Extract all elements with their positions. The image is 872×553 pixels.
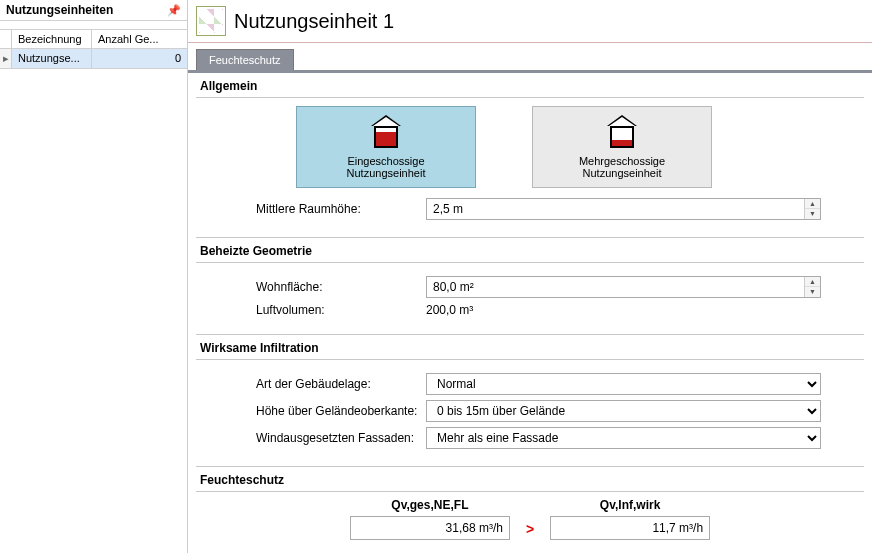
section-feuchte-title: Feuchteschutz	[196, 469, 864, 492]
page-header: Nutzungseinheit 1	[188, 0, 872, 43]
multi-storey-icon	[603, 115, 641, 149]
option-single-storey[interactable]: Eingeschossige Nutzungseinheit	[296, 106, 476, 188]
volume-value: 200,0 m³	[426, 303, 473, 317]
tree-col-count[interactable]: Anzahl Ge...	[92, 30, 187, 48]
tab-feuchteschutz[interactable]: Feuchteschutz	[196, 49, 294, 70]
tree-col-name[interactable]: Bezeichnung	[12, 30, 92, 48]
sidebar-title-bar: Nutzungseinheiten 📌	[0, 0, 187, 21]
section-geometrie-title: Beheizte Geometrie	[196, 240, 864, 263]
sidebar-title: Nutzungseinheiten	[6, 3, 113, 17]
tree-row[interactable]: ▸ Nutzungse... 0	[0, 49, 187, 69]
qv-inf-value: 11,7 m³/h	[550, 516, 710, 540]
row-name: Nutzungse...	[12, 49, 92, 68]
single-storey-icon	[367, 115, 405, 149]
fassade-select[interactable]: Mehr als eine Fassade	[426, 427, 821, 449]
sidebar: Nutzungseinheiten 📌 Bezeichnung Anzahl G…	[0, 0, 188, 553]
section-infiltration-title: Wirksame Infiltration	[196, 337, 864, 360]
pin-icon[interactable]: 📌	[167, 4, 181, 17]
room-height-input[interactable]	[426, 198, 821, 220]
hoehe-select[interactable]: 0 bis 15m über Gelände	[426, 400, 821, 422]
tree-col-indicator	[0, 30, 12, 48]
hoehe-label: Höhe über Geländeoberkante:	[256, 404, 426, 418]
volume-label: Luftvolumen:	[256, 303, 426, 317]
room-height-label: Mittlere Raumhöhe:	[256, 202, 426, 216]
qv-inf-label: Qv,Inf,wirk	[550, 498, 710, 512]
fassade-label: Windausgesetzten Fassaden:	[256, 431, 426, 445]
qv-ges-value: 31,68 m³/h	[350, 516, 510, 540]
lage-select[interactable]: Normal	[426, 373, 821, 395]
qv-ges-label: Qv,ges,NE,FL	[350, 498, 510, 512]
tree-header: Bezeichnung Anzahl Ge...	[0, 29, 187, 49]
section-allgemein-title: Allgemein	[196, 75, 864, 98]
area-spinner[interactable]: ▲▼	[804, 277, 820, 297]
puzzle-icon	[196, 6, 226, 36]
page-title: Nutzungseinheit 1	[234, 10, 394, 33]
option-multi-storey[interactable]: Mehrgeschossige Nutzungseinheit	[532, 106, 712, 188]
section-allgemein: Eingeschossige Nutzungseinheit Mehrgesch…	[196, 98, 864, 238]
main-content: Nutzungseinheit 1 Feuchteschutz Allgemei…	[188, 0, 872, 553]
row-count: 0	[92, 49, 187, 68]
room-height-spinner[interactable]: ▲▼	[804, 199, 820, 219]
area-input[interactable]	[426, 276, 821, 298]
comparison-operator: >	[526, 521, 534, 540]
option-multi-label: Mehrgeschossige Nutzungseinheit	[539, 155, 705, 179]
section-infiltration: Art der Gebäudelage: Normal Höhe über Ge…	[196, 360, 864, 467]
tab-strip: Feuchteschutz	[196, 49, 872, 70]
section-feuchte: Qv,ges,NE,FL 31,68 m³/h > Qv,Inf,wirk 11…	[196, 492, 864, 553]
option-single-label: Eingeschossige Nutzungseinheit	[303, 155, 469, 179]
row-indicator-icon: ▸	[0, 49, 12, 68]
area-label: Wohnfläche:	[256, 280, 426, 294]
section-geometrie: Wohnfläche: ▲▼ Luftvolumen: 200,0 m³	[196, 263, 864, 335]
lage-label: Art der Gebäudelage:	[256, 377, 426, 391]
